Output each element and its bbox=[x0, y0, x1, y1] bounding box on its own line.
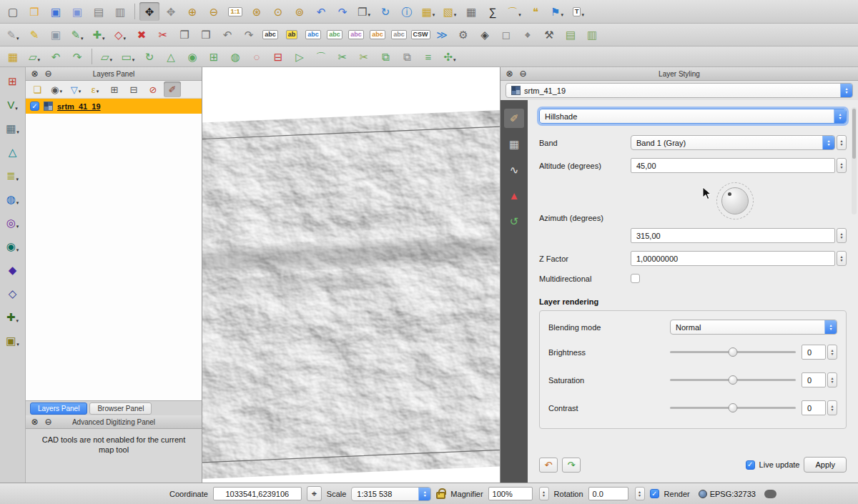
brightness-stepper[interactable]: ▴▾ bbox=[827, 345, 837, 360]
redo[interactable]: ↷ bbox=[239, 26, 259, 44]
offset-curve[interactable]: ⌒ bbox=[311, 47, 331, 66]
band-combobox[interactable]: Band 1 (Gray) ▴▾ bbox=[631, 135, 835, 150]
label-pin[interactable]: abc bbox=[303, 26, 323, 44]
saturation-slider[interactable] bbox=[670, 372, 796, 387]
altitude-stepper[interactable]: ▴▾ bbox=[837, 158, 847, 173]
styling-layer-selector[interactable]: srtm_41_19 ▴▾ bbox=[506, 83, 853, 98]
live-update-checkbox[interactable] bbox=[746, 460, 755, 470]
zoom-out[interactable]: ⊖ bbox=[204, 2, 224, 21]
layer-visibility-checkbox[interactable] bbox=[30, 102, 39, 111]
georeferencer[interactable]: ⌖ bbox=[518, 26, 538, 44]
close-panel[interactable]: ⊗ bbox=[30, 69, 39, 79]
filter-legend[interactable]: ▽▾ bbox=[67, 81, 84, 97]
renderer-combobox[interactable]: Hillshade ▴▾ bbox=[539, 109, 847, 124]
contrast-slider[interactable] bbox=[670, 400, 796, 415]
add-wms-layer[interactable]: ◉▾ bbox=[2, 236, 24, 256]
close-panel[interactable]: ⊗ bbox=[505, 69, 514, 79]
add-delimited-text[interactable]: ≣▾ bbox=[2, 165, 24, 185]
zoom-to-layer[interactable]: ⊚ bbox=[290, 2, 310, 21]
rotation-input[interactable]: 0.0 bbox=[588, 487, 628, 500]
tab-browser-panel[interactable]: Browser Panel bbox=[89, 402, 152, 415]
add-feature[interactable]: ✚▾ bbox=[89, 26, 109, 44]
zoom-next[interactable]: ↷ bbox=[332, 2, 352, 21]
float-panel[interactable]: ⊖ bbox=[44, 69, 53, 79]
layer-tree[interactable]: srtm_41_19 bbox=[26, 99, 202, 400]
pan-to-selection[interactable]: ✥ bbox=[161, 2, 181, 21]
add-postgis-layer[interactable]: ◍▾ bbox=[2, 189, 24, 209]
layout-manager[interactable]: ▥ bbox=[110, 2, 130, 21]
brightness-slider[interactable] bbox=[670, 345, 796, 360]
saturation-value[interactable]: 0 bbox=[802, 372, 826, 387]
blending-combobox[interactable]: Normal ▴▾ bbox=[670, 320, 837, 335]
redo-style-button[interactable]: ↷ bbox=[562, 458, 581, 473]
coordinate-input[interactable]: 1033541,6239106 bbox=[213, 487, 302, 500]
new-map-view[interactable]: ❐▾ bbox=[354, 2, 374, 21]
magnifier-stepper[interactable]: ▴▾ bbox=[539, 487, 549, 500]
new-geopackage-layer[interactable]: ▣▾ bbox=[2, 330, 24, 350]
azimuth-dial[interactable] bbox=[721, 187, 749, 214]
extent-rectangle[interactable]: ◻ bbox=[496, 26, 516, 44]
deselect-features[interactable]: ▧▾ bbox=[440, 2, 460, 21]
tab-transparency[interactable]: ▦ bbox=[504, 134, 524, 154]
messages-icon[interactable] bbox=[764, 490, 776, 498]
paste-features[interactable]: ❒ bbox=[196, 26, 216, 44]
label-highlight[interactable]: ab bbox=[282, 26, 302, 44]
apply-button[interactable]: Apply bbox=[804, 457, 847, 473]
merge-attributes[interactable]: ⧉ bbox=[397, 47, 417, 66]
undo[interactable]: ↶ bbox=[217, 26, 237, 44]
zfactor-input[interactable]: 1,00000000 bbox=[631, 251, 835, 266]
contrast-stepper[interactable]: ▴▾ bbox=[827, 400, 837, 415]
rotate-feature[interactable]: ↻ bbox=[139, 47, 159, 66]
processing-options[interactable]: ⚙ bbox=[453, 26, 473, 44]
project-save-as[interactable]: ▣ bbox=[67, 2, 87, 21]
measure[interactable]: ⌒▾ bbox=[504, 2, 524, 21]
zoom-last[interactable]: ↶ bbox=[311, 2, 331, 21]
add-vector-layer[interactable]: V▾ bbox=[2, 94, 24, 114]
delete-ring[interactable]: ◌ bbox=[247, 47, 267, 66]
trim-extend[interactable]: ≡ bbox=[418, 47, 438, 66]
tab-symbology[interactable]: ✐ bbox=[504, 109, 524, 128]
data-source-manager[interactable]: ⊞ bbox=[2, 71, 24, 91]
brightness-value[interactable]: 0 bbox=[802, 345, 826, 360]
magnifier-input[interactable]: 100% bbox=[488, 487, 533, 500]
delete-part[interactable]: ⊟ bbox=[268, 47, 288, 66]
add-part[interactable]: ⊞ bbox=[204, 47, 224, 66]
digitize-with-curve[interactable]: ✎▾ bbox=[67, 26, 87, 44]
save-layer-edits[interactable]: ▣ bbox=[46, 26, 66, 44]
add-raster-layer[interactable]: ▦▾ bbox=[2, 118, 24, 138]
zoom-in[interactable]: ⊕ bbox=[182, 2, 202, 21]
project-new[interactable]: ▢ bbox=[3, 2, 23, 21]
fill-ring[interactable]: ◍ bbox=[225, 47, 245, 66]
new-print-layout[interactable]: ▤ bbox=[89, 2, 109, 21]
add-ring[interactable]: ◉ bbox=[182, 47, 202, 66]
saturation-stepper[interactable]: ▴▾ bbox=[827, 372, 837, 387]
azimuth-input[interactable]: 315,00 bbox=[631, 228, 835, 243]
redo-edit[interactable]: ↷ bbox=[67, 47, 87, 66]
zoom-full[interactable]: ⊛ bbox=[247, 2, 267, 21]
label-show-hide[interactable]: abc bbox=[325, 26, 345, 44]
project-save[interactable]: ▣ bbox=[46, 2, 66, 21]
rotate-point-symbols[interactable]: ✣▾ bbox=[440, 47, 460, 66]
undo-edit[interactable]: ↶ bbox=[46, 47, 66, 66]
band-stepper[interactable]: ▴▾ bbox=[837, 135, 847, 150]
move-feature[interactable]: ▱▾ bbox=[97, 47, 117, 66]
open-attribute-table[interactable]: ▦ bbox=[461, 2, 481, 21]
remove-layer[interactable]: ⊘ bbox=[144, 81, 162, 97]
expand-all[interactable]: ⊞ bbox=[106, 81, 123, 97]
layer-labeling[interactable]: abc bbox=[260, 26, 280, 44]
map-canvas[interactable] bbox=[202, 67, 500, 483]
add-group[interactable]: ❏ bbox=[29, 81, 46, 97]
float-panel[interactable]: ⊖ bbox=[44, 417, 53, 427]
new-shapefile-layer[interactable]: ✚▾ bbox=[2, 307, 24, 327]
undo-style-button[interactable]: ↶ bbox=[539, 458, 558, 473]
identify-features[interactable]: ⓘ bbox=[397, 2, 417, 21]
current-edits[interactable]: ✎▾ bbox=[3, 26, 23, 44]
scale-combobox[interactable]: 1:315 538 ▴▾ bbox=[351, 487, 431, 501]
collapse-all[interactable]: ⊟ bbox=[125, 81, 142, 97]
tab-history[interactable]: ↺ bbox=[504, 212, 524, 231]
multidirectional-checkbox[interactable] bbox=[631, 274, 640, 283]
add-wcs-layer[interactable]: ◆ bbox=[2, 260, 24, 280]
mouse-tracker-button[interactable]: ⌖ bbox=[307, 486, 322, 501]
new-bookmark[interactable]: ⚑▾ bbox=[547, 2, 567, 21]
azimuth-stepper[interactable]: ▴▾ bbox=[837, 228, 847, 243]
